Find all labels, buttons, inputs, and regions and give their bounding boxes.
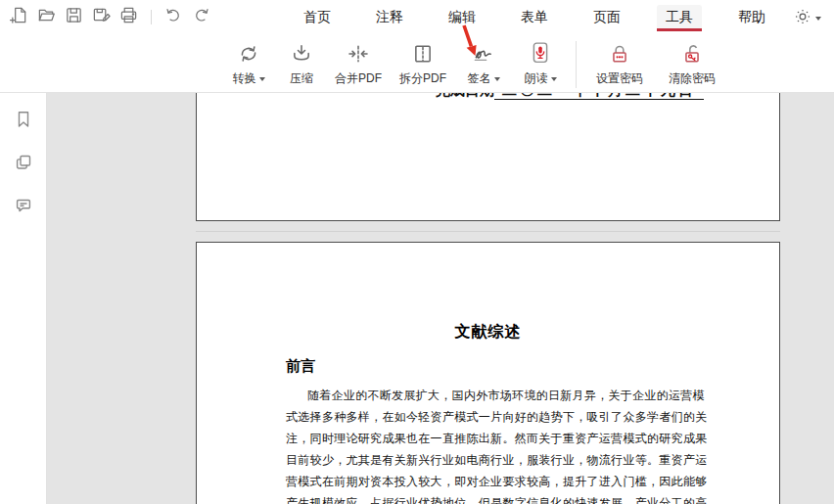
document-canvas[interactable]: 完成日期二〇二一年十月二十九日 文献综述 前言 随着企业的不断发展扩大，国内外市… <box>47 93 834 504</box>
read-aloud-button[interactable]: 朗读 <box>519 39 562 87</box>
split-pdf-icon <box>412 39 434 65</box>
tab-comment[interactable]: 注释 <box>367 5 412 30</box>
open-file-button[interactable] <box>36 7 57 27</box>
page-thumbnails-panel-button[interactable] <box>13 154 34 175</box>
ribbon-divider <box>576 41 577 88</box>
save-as-icon <box>92 6 111 28</box>
save-button[interactable] <box>64 7 84 27</box>
signature-button[interactable]: 签名 <box>462 39 505 87</box>
bookmark-icon <box>14 110 33 133</box>
signature-icon <box>472 39 495 65</box>
paragraph-line: 营模式在前期对资本投入较大，即对企业要求较高，提升了进入门槛，因此能够 <box>286 471 693 492</box>
paragraph-line: 目前较少，尤其是有关新兴行业如电商行业，服装行业，物流行业等。重资产运 <box>286 449 693 471</box>
completion-date-line: 完成日期二〇二一年十月二十九日 <box>436 93 704 100</box>
page-separator <box>196 231 780 232</box>
tab-help[interactable]: 帮助 <box>729 5 774 30</box>
theme-switcher[interactable] <box>794 8 821 29</box>
signature-label-convert: 拆分PDF <box>399 70 446 87</box>
pdf-page-2: 文献综述 前言 随着企业的不断发展扩大，国内外市场环境的日新月异，关于企业的运营… <box>196 242 780 504</box>
tab-page[interactable]: 页面 <box>584 5 629 30</box>
chevron-down-icon <box>815 17 821 21</box>
toolbar-divider <box>151 10 152 24</box>
set-password-icon <box>609 39 630 65</box>
section-heading: 前言 <box>286 357 779 376</box>
page-thumbnails-icon <box>14 153 33 176</box>
merge-pdf-button[interactable]: 合并PDF <box>333 39 384 87</box>
tab-tools[interactable]: 工具 <box>657 5 702 30</box>
convert-label: 转换 <box>233 70 256 87</box>
save-icon <box>65 6 83 28</box>
tab-home[interactable]: 首页 <box>295 5 340 30</box>
chevron-down-icon <box>551 77 557 81</box>
comments-icon <box>14 196 33 219</box>
paragraph-line: 随着企业的不断发展扩大，国内外市场环境的日新月异，关于企业的运营模 <box>286 385 693 406</box>
completion-date-label: 完成日期 <box>436 93 494 99</box>
paragraph-line: 注，同时理论研究成果也在一直推陈出新。然而关于重资产运营模式的研究成果 <box>286 428 693 449</box>
redo-icon <box>192 6 210 28</box>
merge-pdf-label: 合并PDF <box>335 70 382 87</box>
undo-icon <box>164 6 183 28</box>
convert-icon <box>238 39 259 65</box>
tab-edit[interactable]: 编辑 <box>440 5 485 30</box>
set-password-button[interactable]: 设置密码 <box>590 39 649 87</box>
set-password-label: 设置密码 <box>596 70 643 87</box>
completion-date-value: 二〇二一年十月二十九日 <box>494 93 704 100</box>
convert-button[interactable]: 转换 <box>227 39 270 87</box>
clear-password-icon <box>681 39 703 65</box>
navigation-sidebar <box>0 93 47 504</box>
print-button[interactable] <box>118 7 139 27</box>
tab-form[interactable]: 表单 <box>512 5 557 30</box>
undo-button[interactable] <box>163 7 184 27</box>
compress-label: 压缩 <box>290 70 313 87</box>
merge-pdf-icon <box>348 39 369 65</box>
redo-button[interactable] <box>191 7 211 27</box>
open-file-icon <box>37 6 56 28</box>
compress-button[interactable]: 压缩 <box>284 39 319 87</box>
clear-password-label: 清除密码 <box>669 70 716 87</box>
signature-label: 签名 <box>468 70 491 87</box>
title-bar: 首页 注释 编辑 表单 页面 工具 帮助 <box>0 0 834 33</box>
read-aloud-label: 朗读 <box>525 70 548 87</box>
document-title: 文献综述 <box>197 322 779 343</box>
read-aloud-icon <box>530 39 551 65</box>
chevron-down-icon <box>259 77 265 81</box>
clear-password-button[interactable]: 清除密码 <box>663 39 721 87</box>
new-file-icon <box>10 6 28 28</box>
compress-icon <box>291 39 312 65</box>
chevron-down-icon <box>494 77 500 81</box>
comments-panel-button[interactable] <box>13 197 34 218</box>
bookmarks-panel-button[interactable] <box>13 111 34 132</box>
document-paragraph: 随着企业的不断发展扩大，国内外市场环境的日新月异，关于企业的运营模 式选择多种多… <box>286 385 693 504</box>
pdf-page-1: 完成日期二〇二一年十月二十九日 <box>196 93 780 221</box>
quick-access-toolbar <box>9 7 211 27</box>
save-as-button[interactable] <box>91 7 112 27</box>
print-icon <box>119 6 138 28</box>
brightness-icon <box>794 8 811 29</box>
main-menu-tabs: 首页 注释 编辑 表单 页面 工具 帮助 <box>295 5 774 30</box>
tools-ribbon: 转换 压缩 合并PDF 拆分PDF 签名 <box>0 33 834 93</box>
paragraph-line: 式选择多种多样，在如今轻资产模式一片向好的趋势下，吸引了众多学者们的关 <box>286 406 693 428</box>
paragraph-line: 产生规模效应，占据行业优势地位。但是数字信息化的快速发展、产业分工的高 <box>286 492 693 504</box>
split-pdf-button[interactable]: 拆分PDF <box>397 39 448 87</box>
new-file-button[interactable] <box>9 7 29 27</box>
